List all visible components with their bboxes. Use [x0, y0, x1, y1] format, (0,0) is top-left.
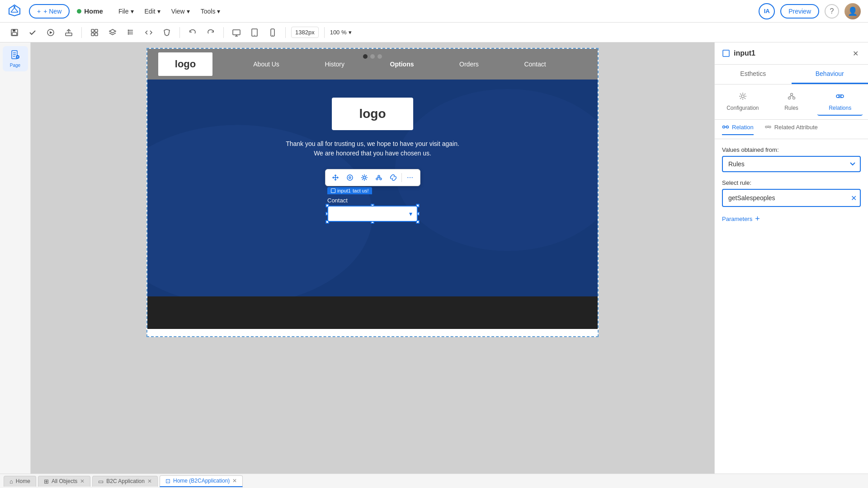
svg-point-19: [128, 29, 129, 31]
save-button[interactable]: [7, 25, 22, 40]
app-logo: [7, 3, 22, 19]
undo-button[interactable]: [185, 25, 200, 40]
values-select-wrapper: Rules Database Static Expression: [722, 156, 861, 172]
config-icon: [738, 92, 747, 103]
zoom-control[interactable]: 100 % ▾: [330, 29, 352, 36]
svg-rect-13: [91, 33, 94, 36]
home-b2c-close-button[interactable]: ✕: [232, 478, 237, 484]
svg-rect-11: [91, 29, 94, 32]
svg-point-42: [380, 178, 382, 180]
panel-main-tabs: Esthetics Behaviour: [715, 65, 868, 84]
edit-menu[interactable]: Edit ▾: [140, 6, 165, 17]
view-menu[interactable]: View ▾: [167, 6, 194, 17]
sidebar-item-page[interactable]: Page: [3, 46, 28, 71]
bottom-tab-all-objects[interactable]: ⊞ All Objects ✕: [38, 476, 90, 487]
dropdown-input[interactable]: ▾: [327, 206, 418, 222]
redo-button[interactable]: [203, 25, 218, 40]
sub-tab-rules[interactable]: Rules: [769, 88, 814, 116]
nav-options[interactable]: Options: [390, 61, 414, 68]
svg-point-61: [769, 126, 771, 128]
svg-rect-5: [13, 29, 15, 32]
svg-rect-22: [233, 30, 240, 35]
bottom-tab-home[interactable]: ⌂ Home: [4, 476, 36, 487]
relation-tabs: Relation Related Attribute: [715, 120, 868, 139]
style-widget-button[interactable]: [344, 171, 356, 184]
rules-widget-button[interactable]: [373, 171, 385, 184]
components-button[interactable]: [87, 25, 102, 40]
canvas-frame: logo About Us History Options Orders Con…: [146, 48, 599, 337]
hero-logo: logo: [332, 98, 413, 130]
nav-contact[interactable]: Contact: [524, 61, 546, 68]
more-widget-button[interactable]: ⋯: [404, 171, 416, 184]
toolbar-separator-5: [324, 27, 325, 38]
b2c-close-button[interactable]: ✕: [147, 478, 152, 484]
bottom-tab-b2c-app[interactable]: ▭ B2C Application ✕: [92, 476, 158, 487]
toolbar-separator-4: [285, 27, 286, 38]
avatar[interactable]: 👤: [844, 3, 861, 19]
params-label: Parameters: [722, 216, 752, 222]
play-button[interactable]: [43, 25, 58, 40]
settings-widget-button[interactable]: [358, 171, 371, 184]
right-panel: input1 ✕ Esthetics Behaviour: [714, 42, 868, 474]
nav-orders[interactable]: Orders: [459, 61, 479, 68]
rule-input[interactable]: [723, 191, 845, 205]
page-icon: [10, 50, 20, 62]
rule-clear-button[interactable]: ✕: [847, 190, 860, 206]
tab-esthetics[interactable]: Esthetics: [715, 65, 792, 84]
panel-close-button[interactable]: ✕: [850, 48, 861, 59]
tools-menu[interactable]: Tools ▾: [196, 6, 225, 17]
canvas-area[interactable]: logo About Us History Options Orders Con…: [31, 42, 714, 474]
data-button[interactable]: [123, 25, 138, 40]
bottom-tab-b2c-label: B2C Application: [106, 478, 145, 484]
svg-point-47: [790, 94, 793, 96]
file-menu[interactable]: File ▾: [114, 6, 138, 17]
sub-tab-configuration[interactable]: Configuration: [720, 88, 765, 116]
site-footer: [147, 296, 598, 329]
sub-tabs: Configuration Rules: [715, 84, 868, 120]
desktop-view-button[interactable]: [229, 25, 244, 40]
relation-tab-relation[interactable]: Relation: [722, 123, 754, 135]
svg-point-37: [347, 175, 353, 180]
ia-button[interactable]: IA: [759, 3, 775, 19]
toolbar: 1382px 100 % ▾: [0, 23, 868, 42]
relation-tab-related-attr[interactable]: Related Attribute: [764, 123, 818, 135]
svg-point-49: [793, 97, 795, 99]
svg-line-1: [11, 8, 14, 12]
export-button[interactable]: [61, 25, 76, 40]
code-button[interactable]: [142, 25, 156, 40]
params-plus-icon: +: [755, 214, 760, 224]
move-widget-button[interactable]: [329, 171, 342, 184]
panel-header: input1 ✕: [715, 42, 868, 65]
parameters-row[interactable]: Parameters +: [722, 214, 861, 224]
all-objects-close-button[interactable]: ✕: [80, 478, 85, 484]
sub-tab-relations[interactable]: Relations: [817, 88, 863, 116]
help-button[interactable]: ?: [825, 4, 839, 19]
css-button[interactable]: [160, 25, 174, 40]
new-button[interactable]: + + New: [29, 4, 70, 19]
svg-point-53: [841, 95, 844, 98]
values-select[interactable]: Rules Database Static Expression: [722, 156, 861, 172]
svg-point-39: [363, 177, 365, 179]
layers-button[interactable]: [105, 25, 120, 40]
check-button[interactable]: [25, 25, 40, 40]
dropdown-wrapper: ▾: [327, 206, 418, 222]
nav-right: IA Preview ? 👤: [759, 3, 861, 19]
widget-toolbar: ⋯: [325, 169, 420, 186]
nav-history[interactable]: History: [325, 61, 344, 68]
mobile-view-button[interactable]: [265, 25, 280, 40]
preview-button[interactable]: Preview: [780, 4, 819, 19]
breadcrumb-contact-text: tact us!: [353, 188, 368, 193]
bottom-tab-home-b2c[interactable]: ⊡ Home (B2CApplication) ✕: [160, 475, 243, 487]
breadcrumb-tag: input1 tact us!: [327, 187, 372, 194]
svg-line-43: [377, 177, 379, 178]
values-from-group: Values obtained from: Rules Database Sta…: [722, 146, 861, 172]
hero-content: logo Thank you all for trusting us, we h…: [286, 98, 459, 222]
main-area: Page logo About Us History Options Order…: [0, 42, 868, 474]
tab-behaviour[interactable]: Behaviour: [792, 65, 868, 84]
panel-title: input1: [734, 49, 755, 57]
plus-icon: +: [37, 8, 41, 15]
tablet-view-button[interactable]: [247, 25, 262, 40]
nav-about[interactable]: About Us: [253, 61, 279, 68]
link-widget-button[interactable]: [387, 171, 400, 184]
hero-section: logo Thank you all for trusting us, we h…: [147, 80, 598, 296]
